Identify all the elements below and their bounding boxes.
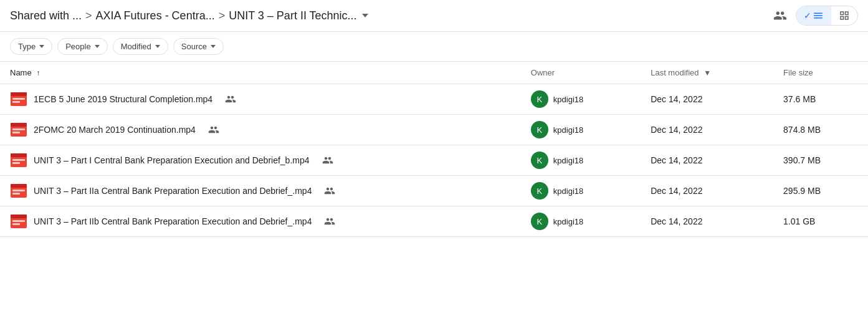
- modified-cell: Dec 14, 2022: [641, 145, 773, 176]
- table-row[interactable]: UNIT 3 – Part I Central Bank Preparation…: [0, 145, 868, 176]
- breadcrumb: Shared with ... > AXIA Futures - Centra.…: [10, 9, 765, 22]
- svg-rect-10: [12, 159, 25, 161]
- video-icon: [10, 153, 27, 168]
- video-icon: [10, 214, 27, 229]
- svg-rect-18: [12, 220, 25, 222]
- modified-column-header[interactable]: Last modified ▼: [641, 62, 773, 84]
- svg-rect-5: [11, 123, 27, 127]
- svg-rect-9: [11, 153, 27, 157]
- people-filter-chip[interactable]: People: [57, 38, 107, 55]
- modified-cell: Dec 14, 2022: [641, 206, 773, 237]
- list-icon: [813, 10, 824, 21]
- shared-icon: [225, 94, 236, 105]
- shared-indicator: [320, 155, 333, 166]
- modified-cell: Dec 14, 2022: [641, 115, 773, 145]
- source-label: Source: [181, 42, 207, 51]
- breadcrumb-sep-1: >: [85, 9, 92, 22]
- svg-rect-3: [12, 101, 20, 103]
- header-actions: ✓: [770, 5, 858, 26]
- name-sort-arrow: ↑: [36, 69, 40, 77]
- video-file-icon: [10, 183, 27, 198]
- breadcrumb-axia[interactable]: AXIA Futures - Centra...: [96, 9, 215, 22]
- people-chevron-icon: [95, 45, 100, 48]
- owner-name: kpdigi18: [553, 95, 583, 104]
- file-name-cell: 1ECB 5 June 2019 Structural Completion.m…: [0, 84, 521, 115]
- svg-rect-11: [12, 162, 20, 164]
- source-filter-chip[interactable]: Source: [173, 38, 224, 55]
- file-name: UNIT 3 – Part IIa Central Bank Preparati…: [34, 186, 312, 196]
- shared-icon: [208, 124, 219, 135]
- type-filter-chip[interactable]: Type: [10, 38, 52, 55]
- grid-view-button[interactable]: [831, 6, 857, 25]
- view-toggle: ✓: [796, 6, 858, 26]
- avatar: K: [531, 152, 548, 169]
- file-name: UNIT 3 – Part IIb Central Bank Preparati…: [34, 216, 312, 226]
- size-cell: 295.9 MB: [773, 176, 868, 206]
- svg-rect-2: [12, 98, 25, 100]
- shared-indicator: [322, 185, 335, 196]
- modified-filter-chip[interactable]: Modified: [113, 38, 168, 55]
- file-name-cell: UNIT 3 – Part IIb Central Bank Preparati…: [0, 206, 521, 237]
- owner-name: kpdigi18: [553, 156, 583, 165]
- file-name-cell: UNIT 3 – Part I Central Bank Preparation…: [0, 145, 521, 176]
- file-table: Name ↑ Owner Last modified ▼ File size 1…: [0, 62, 868, 237]
- modified-cell: Dec 14, 2022: [641, 84, 773, 115]
- avatar: K: [531, 213, 548, 230]
- file-name-cell: 2FOMC 20 March 2019 Continuation.mp4: [0, 115, 521, 145]
- checkmark-icon: ✓: [804, 11, 811, 21]
- owner-name: kpdigi18: [553, 125, 583, 135]
- avatar: K: [531, 182, 548, 200]
- filter-bar: Type People Modified Source: [0, 32, 868, 62]
- table-header-row: Name ↑ Owner Last modified ▼ File size: [0, 62, 868, 84]
- modified-chevron-icon: [155, 45, 160, 48]
- svg-rect-13: [11, 184, 27, 188]
- shared-icon: [324, 185, 335, 196]
- table-row[interactable]: 2FOMC 20 March 2019 Continuation.mp4 K k…: [0, 115, 868, 145]
- modified-cell: Dec 14, 2022: [641, 176, 773, 206]
- owner-cell: K kpdigi18: [521, 206, 641, 237]
- avatar: K: [531, 121, 548, 138]
- table-row[interactable]: UNIT 3 – Part IIa Central Bank Preparati…: [0, 176, 868, 206]
- video-file-icon: [10, 214, 27, 229]
- shared-indicator: [322, 216, 335, 227]
- file-name: 1ECB 5 June 2019 Structural Completion.m…: [34, 94, 212, 104]
- svg-rect-7: [12, 132, 20, 133]
- owner-cell: K kpdigi18: [521, 176, 641, 206]
- people-button[interactable]: [770, 5, 791, 26]
- breadcrumb-chevron-icon[interactable]: [362, 14, 368, 17]
- header: Shared with ... > AXIA Futures - Centra.…: [0, 0, 868, 32]
- owner-name: kpdigi18: [553, 217, 583, 226]
- list-view-button[interactable]: ✓: [796, 6, 831, 25]
- owner-cell: K kpdigi18: [521, 145, 641, 176]
- type-label: Type: [18, 42, 36, 51]
- name-column-header[interactable]: Name ↑: [0, 62, 521, 84]
- file-name: 2FOMC 20 March 2019 Continuation.mp4: [34, 125, 196, 135]
- breadcrumb-shared[interactable]: Shared with ...: [10, 9, 82, 22]
- source-chevron-icon: [211, 45, 216, 48]
- size-cell: 37.6 MB: [773, 84, 868, 115]
- svg-rect-14: [12, 190, 25, 191]
- shared-icon: [322, 155, 333, 166]
- video-icon: [10, 122, 27, 137]
- video-file-icon: [10, 153, 27, 168]
- modified-label: Modified: [121, 42, 151, 51]
- svg-rect-15: [12, 193, 20, 195]
- svg-rect-17: [11, 215, 27, 218]
- shared-icon: [324, 216, 335, 227]
- breadcrumb-sep-2: >: [219, 9, 226, 22]
- table-row[interactable]: 1ECB 5 June 2019 Structural Completion.m…: [0, 84, 868, 115]
- owner-column-header[interactable]: Owner: [521, 62, 641, 84]
- size-cell: 874.8 MB: [773, 115, 868, 145]
- size-column-header[interactable]: File size: [773, 62, 868, 84]
- file-name-cell: UNIT 3 – Part IIa Central Bank Preparati…: [0, 176, 521, 206]
- video-icon: [10, 183, 27, 198]
- people-label: People: [65, 42, 90, 51]
- video-file-icon: [10, 92, 27, 107]
- video-icon: [10, 92, 27, 107]
- owner-cell: K kpdigi18: [521, 115, 641, 145]
- modified-sort-arrow: ▼: [703, 69, 711, 77]
- people-icon: [773, 9, 787, 22]
- shared-indicator: [222, 94, 236, 105]
- table-row[interactable]: UNIT 3 – Part IIb Central Bank Preparati…: [0, 206, 868, 237]
- breadcrumb-unit3[interactable]: UNIT 3 – Part II Technic...: [229, 9, 356, 22]
